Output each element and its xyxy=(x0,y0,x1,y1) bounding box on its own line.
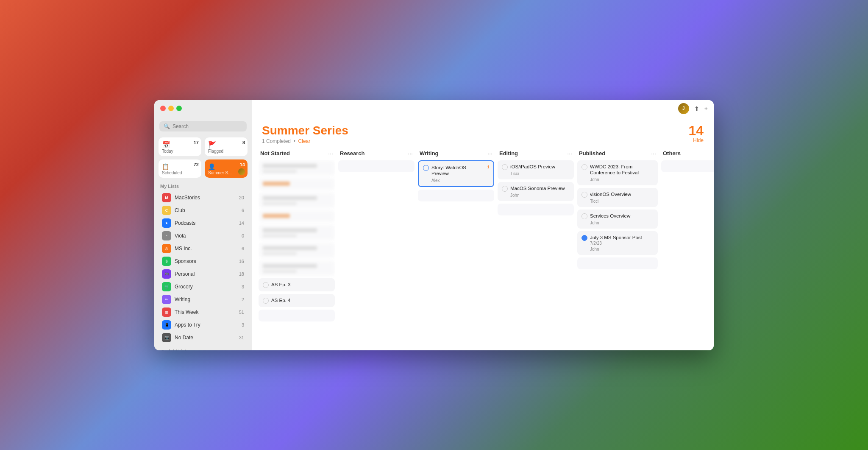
add-list-icon: ⊕ xyxy=(160,348,165,350)
minimize-button[interactable] xyxy=(168,106,174,111)
sponsors-icon: $ xyxy=(162,257,171,266)
no-date-icon: 📷 xyxy=(162,333,171,342)
list-item[interactable] xyxy=(259,178,335,190)
list-item[interactable] xyxy=(259,260,335,276)
task-circle[interactable] xyxy=(581,235,587,241)
task-circle[interactable] xyxy=(502,164,508,170)
column-editing: Editing ··· iOS/iPadOS Preview Ticci xyxy=(498,148,574,344)
clear-link[interactable]: Clear xyxy=(298,138,311,144)
sidebar-item-viola[interactable]: ⚬ Viola 0 xyxy=(156,229,250,242)
add-task-not-started[interactable] xyxy=(259,310,335,321)
header-right: 14 Hide xyxy=(688,124,704,143)
column-header-others: Others ··· xyxy=(661,148,714,160)
list-item[interactable] xyxy=(259,225,335,240)
column-items-writing: Story: WatchOS Preview ℹ Alex xyxy=(418,160,494,344)
column-menu-published[interactable]: ··· xyxy=(651,150,656,157)
column-menu-writing[interactable]: ··· xyxy=(487,150,492,157)
list-item[interactable] xyxy=(259,243,335,258)
this-week-icon: ▦ xyxy=(162,307,171,317)
my-lists-label: My Lists xyxy=(154,184,252,191)
add-task-editing[interactable] xyxy=(498,204,574,215)
list-item[interactable] xyxy=(259,160,335,176)
task-circle[interactable] xyxy=(263,298,269,304)
list-item[interactable] xyxy=(259,210,335,222)
sidebar-item-flagged[interactable]: 🚩 Flagged 8 xyxy=(205,137,248,156)
sidebar-item-sponsors[interactable]: $ Sponsors 16 xyxy=(156,255,250,268)
task-circle[interactable] xyxy=(423,165,429,171)
viola-icon: ⚬ xyxy=(162,231,171,240)
list-item[interactable]: Services Overview John xyxy=(577,210,658,229)
search-input[interactable] xyxy=(172,123,242,129)
maximize-button[interactable] xyxy=(176,106,182,111)
avatar[interactable]: J xyxy=(678,103,689,114)
sidebar-item-writing[interactable]: ✏ Writing 2 xyxy=(156,293,250,306)
main-content: Summer Series 1 Completed • Clear 14 Hid… xyxy=(252,100,714,350)
list-item[interactable]: visionOS Overview Ticci xyxy=(577,188,658,207)
list-item[interactable]: AS Ep. 3 xyxy=(259,278,335,291)
sidebar-item-grocery[interactable]: 🛒 Grocery 3 xyxy=(156,280,250,293)
main-meta: 1 Completed • Clear xyxy=(262,138,348,144)
column-header-published: Published ··· xyxy=(577,148,658,160)
club-icon: C xyxy=(162,206,171,215)
macstories-icon: M xyxy=(162,193,171,202)
column-menu-not-started[interactable]: ··· xyxy=(328,150,333,157)
smart-lists: 📅 Today 17 📋 Scheduled 72 🚩 Flagged 8 � xyxy=(154,137,252,178)
column-research: Research ··· xyxy=(338,148,415,344)
add-task-writing[interactable] xyxy=(418,190,494,201)
avatar-small xyxy=(238,168,245,175)
column-items-others xyxy=(661,160,714,344)
sidebar: 🔍 📅 Today 17 📋 Scheduled 72 🚩 xyxy=(154,100,252,350)
column-header-not-started: Not Started ··· xyxy=(259,148,335,160)
task-circle[interactable] xyxy=(581,164,587,170)
sidebar-item-today[interactable]: 📅 Today 17 xyxy=(159,137,201,156)
column-menu-research[interactable]: ··· xyxy=(408,150,413,157)
podcasts-icon: ★ xyxy=(162,218,171,228)
column-others: Others ··· xyxy=(661,148,714,344)
sidebar-item-macstories[interactable]: M MacStories 20 xyxy=(156,191,250,204)
list-item[interactable]: Story: WatchOS Preview ℹ Alex xyxy=(418,160,494,187)
search-bar[interactable]: 🔍 xyxy=(159,121,247,131)
share-icon[interactable]: ⬆ xyxy=(694,105,699,112)
add-task-published[interactable] xyxy=(577,257,658,269)
apps-to-try-icon: 📱 xyxy=(162,320,171,330)
close-button[interactable] xyxy=(160,106,166,111)
task-count: 14 xyxy=(688,124,704,137)
sidebar-item-club[interactable]: C Club 6 xyxy=(156,204,250,217)
list-item[interactable]: AS Ep. 4 xyxy=(259,294,335,307)
personal-icon: 🎮 xyxy=(162,269,171,279)
add-list-button[interactable]: ⊕ Add List xyxy=(154,346,252,350)
task-circle[interactable] xyxy=(502,186,508,192)
column-menu-editing[interactable]: ··· xyxy=(567,150,572,157)
sidebar-item-ms-inc[interactable]: ◎ MS Inc. 6 xyxy=(156,242,250,255)
add-icon[interactable]: + xyxy=(704,105,708,112)
list-item[interactable]: WWDC 2023: From Conference to Festival J… xyxy=(577,160,658,186)
sidebar-item-no-date[interactable]: 📷 No Date 31 xyxy=(156,331,250,344)
app-window: J ⬆ + 🔍 📅 Today 17 📋 Scheduled 72 xyxy=(154,100,714,350)
task-circle[interactable] xyxy=(263,282,269,288)
task-circle[interactable] xyxy=(581,192,587,198)
main-header: Summer Series 1 Completed • Clear 14 Hid… xyxy=(252,117,714,148)
hide-button[interactable]: Hide xyxy=(693,137,704,143)
task-circle[interactable] xyxy=(581,213,587,219)
column-items-not-started: AS Ep. 3 AS Ep. 4 xyxy=(259,160,335,344)
kanban-board: Not Started ··· AS Ep. 3 xyxy=(252,148,714,350)
sidebar-item-apps-to-try[interactable]: 📱 Apps to Try 3 xyxy=(156,319,250,331)
sidebar-item-personal[interactable]: 🎮 Personal 18 xyxy=(156,268,250,280)
sidebar-item-scheduled[interactable]: 📋 Scheduled 72 xyxy=(159,159,201,178)
ms-inc-icon: ◎ xyxy=(162,244,171,253)
list-item[interactable] xyxy=(259,193,335,208)
add-task-others[interactable] xyxy=(661,160,714,172)
add-task-research[interactable] xyxy=(338,160,415,172)
sidebar-item-summer[interactable]: 👤 Summer S... 14 xyxy=(205,159,248,178)
list-item[interactable]: iOS/iPadOS Preview Ticci xyxy=(498,160,574,179)
list-item[interactable]: July 3 MS Sponsor Post 7/2/23 John xyxy=(577,231,658,255)
page-title: Summer Series xyxy=(262,124,348,137)
grocery-icon: 🛒 xyxy=(162,282,171,291)
list-item[interactable]: MacOS Sonoma Preview John xyxy=(498,182,574,201)
sidebar-item-this-week[interactable]: ▦ This Week 51 xyxy=(156,306,250,319)
search-icon: 🔍 xyxy=(164,123,170,129)
column-items-editing: iOS/iPadOS Preview Ticci MacOS Sonoma Pr… xyxy=(498,160,574,344)
sidebar-item-podcasts[interactable]: ★ Podcasts 14 xyxy=(156,217,250,229)
info-icon: ℹ xyxy=(487,165,489,169)
titlebar-actions: J ⬆ + xyxy=(678,103,708,114)
